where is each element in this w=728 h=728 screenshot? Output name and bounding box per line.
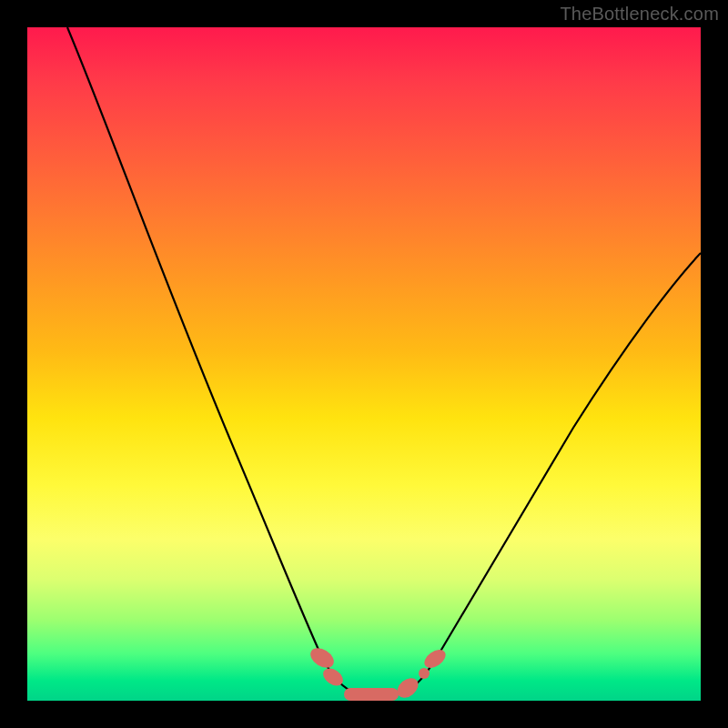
svg-point-5 xyxy=(421,646,449,672)
plot-area xyxy=(27,27,701,701)
svg-point-0 xyxy=(307,644,337,672)
svg-point-4 xyxy=(419,668,430,679)
bottleneck-curve xyxy=(27,27,701,701)
watermark-text: TheBottleneck.com xyxy=(560,4,719,25)
svg-point-1 xyxy=(320,665,347,690)
svg-rect-2 xyxy=(344,688,399,701)
highlight-dots xyxy=(27,27,701,701)
svg-point-3 xyxy=(393,674,421,701)
chart-frame: TheBottleneck.com xyxy=(0,0,728,728)
